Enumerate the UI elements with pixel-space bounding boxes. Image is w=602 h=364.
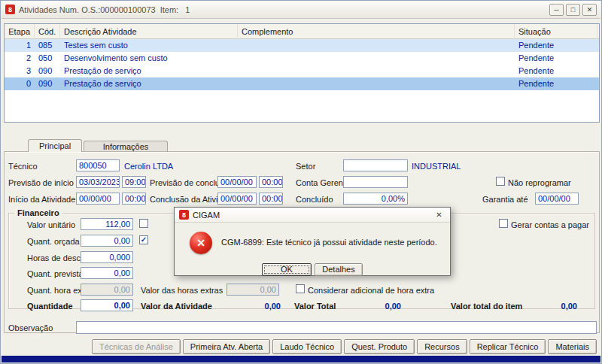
cell-situacao: Pendente	[516, 65, 597, 77]
setor-input[interactable]	[343, 159, 408, 171]
cell-descricao: Prestação de serviço	[62, 77, 238, 90]
window: 8 Atividades Num. O.S.:000000100073 Item…	[0, 0, 602, 364]
valor-horas-extras-label: Valor das horas extras	[141, 286, 223, 296]
detalhes-button[interactable]: Detalhes	[315, 263, 363, 276]
gerar-contas-checkbox[interactable]	[499, 219, 508, 228]
tab-principal[interactable]: Principal	[28, 139, 82, 152]
quant-prevista-label: Quant. prevista	[27, 269, 84, 279]
table-row[interactable]: 3 090 Prestação de serviço Pendente	[5, 65, 599, 77]
cell-situacao: Pendente	[516, 39, 597, 52]
bottom-status-strip	[2, 356, 600, 362]
cell-descricao: Testes sem custo	[62, 39, 238, 52]
bottom-button-row: Técnicas de Análise Primeira Atv. Aberta…	[92, 339, 597, 354]
considerar-adicional-checkbox[interactable]	[296, 284, 305, 293]
app-icon: 8	[5, 5, 15, 14]
cell-etapa: 2	[5, 52, 35, 65]
tecnicas-de-analise-button[interactable]: Técnicas de Análise	[92, 339, 181, 354]
valor-total-label: Valor Total	[294, 302, 336, 311]
gerar-contas-label: Gerar contas a pagar	[511, 220, 589, 230]
recursos-button[interactable]: Recursos	[417, 339, 467, 354]
previsao-inicio-hora-input[interactable]: 09:00	[122, 176, 146, 188]
primeira-atv-aberta-button[interactable]: Primeira Atv. Aberta	[183, 339, 270, 354]
cell-cod: 090	[36, 65, 60, 77]
financeiro-checkbox-2-checked[interactable]: ✓	[139, 235, 148, 244]
tecnico-name-text: Cerolin LTDA	[124, 162, 173, 171]
dialog-title: CIGAM	[193, 211, 220, 220]
valor-atividade-value: 0,00	[228, 302, 281, 311]
header-cod: Cód.	[36, 24, 60, 39]
conclusao-atividade-hora-input[interactable]: 00:00	[259, 193, 283, 205]
quantidade-label: Quantidade	[27, 302, 73, 311]
cell-etapa: 0	[5, 77, 35, 90]
nao-reprogramar-checkbox[interactable]	[496, 177, 505, 186]
previsao-conclusao-data-input[interactable]: 00/00/00	[217, 176, 257, 188]
cell-situacao: Pendente	[516, 77, 597, 90]
valor-unitario-input[interactable]: 112,00	[81, 218, 133, 230]
grid-header: Etapa Cód. Descrição Atividade Complemen…	[5, 24, 599, 39]
horas-desconto-input[interactable]: 0,000	[81, 251, 133, 263]
table-row-selected[interactable]: 0 090 Prestação de serviço Pendente	[5, 77, 599, 90]
observacao-input[interactable]	[76, 321, 597, 334]
setor-name-text: INDUSTRIAL	[412, 162, 461, 171]
valor-total-item-value: 0,00	[523, 302, 577, 311]
dialog-app-icon: 8	[179, 210, 189, 220]
quant-orcada-label: Quant. orçada	[27, 237, 80, 247]
previsao-inicio-data-input[interactable]: 03/03/2023	[76, 176, 120, 188]
setor-label: Setor	[296, 162, 315, 171]
financeiro-checkbox-1[interactable]	[139, 219, 148, 228]
quant-hora-extra-input[interactable]: 0,00	[81, 284, 133, 296]
table-row[interactable]: 2 050 Desenvolvimento sem custo Pendente	[5, 52, 599, 65]
error-dialog: 8 CIGAM ✕ ✕ CGM-6899: Este técnico já po…	[174, 207, 451, 276]
quantidade-input[interactable]: 0,00	[81, 299, 133, 311]
dialog-title-bar: 8 CIGAM ✕	[175, 208, 450, 223]
dialog-close-icon[interactable]: ✕	[433, 209, 445, 221]
cell-etapa: 1	[5, 39, 35, 52]
cell-cod: 050	[36, 52, 60, 65]
error-icon: ✕	[190, 232, 212, 254]
cell-complemento	[239, 39, 515, 52]
tab-informacoes-adicionais[interactable]: Informações adicionais	[84, 141, 168, 152]
replicar-tecnico-button[interactable]: Replicar Técnico	[470, 339, 546, 354]
minimize-icon[interactable]: ─	[549, 4, 564, 16]
conta-gerencial-input[interactable]	[343, 176, 408, 188]
previsao-conclusao-hora-input[interactable]: 00:00	[259, 176, 283, 188]
cell-cod: 090	[36, 77, 60, 90]
header-etapa: Etapa	[5, 24, 35, 39]
valor-unitario-label: Valor unitário	[27, 220, 75, 230]
concluido-label: Concluído	[296, 195, 333, 205]
valor-atividade-label: Valor da Atividade	[141, 302, 212, 311]
quant-prevista-input[interactable]: 0,00	[81, 267, 133, 279]
cell-cod: 085	[36, 39, 60, 52]
tecnico-input[interactable]: 800050	[76, 159, 120, 171]
header-descricao: Descrição Atividade	[62, 24, 238, 39]
inicio-atividade-hora-input[interactable]: 00:00	[122, 193, 146, 205]
conclusao-atividade-data-input[interactable]: 00/00/00	[217, 193, 257, 205]
inicio-atividade-label: Início da Atividade	[8, 195, 75, 205]
table-row[interactable]: 1 085 Testes sem custo Pendente	[5, 39, 599, 52]
close-icon[interactable]: ✕	[582, 4, 597, 16]
materiais-button[interactable]: Materiais	[548, 339, 597, 354]
maximize-icon[interactable]: □	[566, 4, 580, 16]
cell-situacao: Pendente	[516, 52, 597, 65]
dialog-message: CGM-6899: Este técnico já possui ativida…	[221, 238, 444, 247]
ok-button[interactable]: OK	[262, 263, 312, 276]
cell-complemento	[239, 52, 515, 65]
quest-produto-button[interactable]: Quest. Produto	[344, 339, 415, 354]
inicio-atividade-data-input[interactable]: 00/00/00	[76, 193, 120, 205]
concluido-input[interactable]: 0,00%	[343, 193, 408, 205]
valor-total-item-label: Valor total do item	[451, 302, 522, 311]
cell-descricao: Desenvolvimento sem custo	[62, 52, 238, 65]
laudo-tecnico-button[interactable]: Laudo Técnico	[272, 339, 342, 354]
financeiro-legend: Financeiro	[14, 208, 62, 217]
valor-total-value: 0,00	[347, 302, 401, 311]
garantia-ate-input[interactable]: 00/00/00	[535, 193, 579, 205]
observacao-label: Observação	[8, 323, 53, 333]
cell-etapa: 3	[5, 65, 35, 77]
window-title: Atividades Num. O.S.:000000100073 Item: …	[19, 5, 190, 14]
previsao-inicio-label: Previsão de início	[8, 178, 74, 188]
quant-orcada-input[interactable]: 0,00	[81, 235, 133, 247]
cell-descricao: Prestação de serviço	[62, 65, 238, 77]
cell-complemento	[239, 65, 515, 77]
valor-horas-extras-input[interactable]: 0,00	[227, 284, 279, 296]
cell-complemento	[239, 77, 515, 90]
